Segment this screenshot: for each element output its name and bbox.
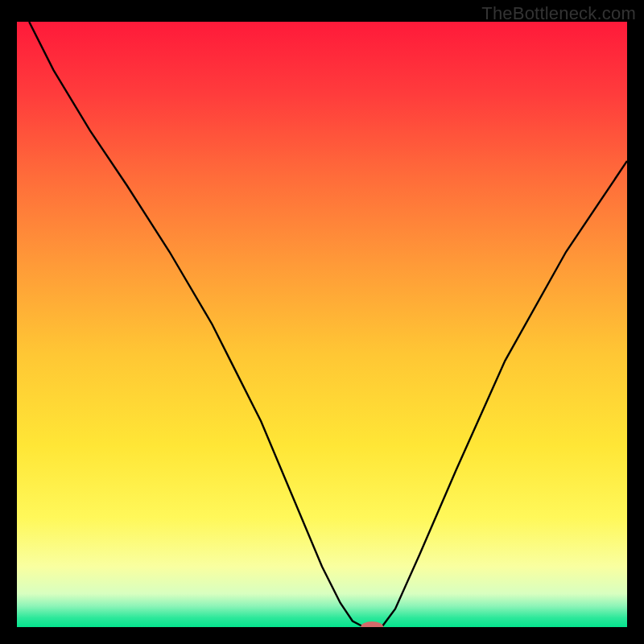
chart-frame: TheBottleneck.com <box>0 0 644 644</box>
bottleneck-chart <box>0 0 644 644</box>
optimal-marker <box>361 621 383 633</box>
plot-background <box>17 22 627 627</box>
